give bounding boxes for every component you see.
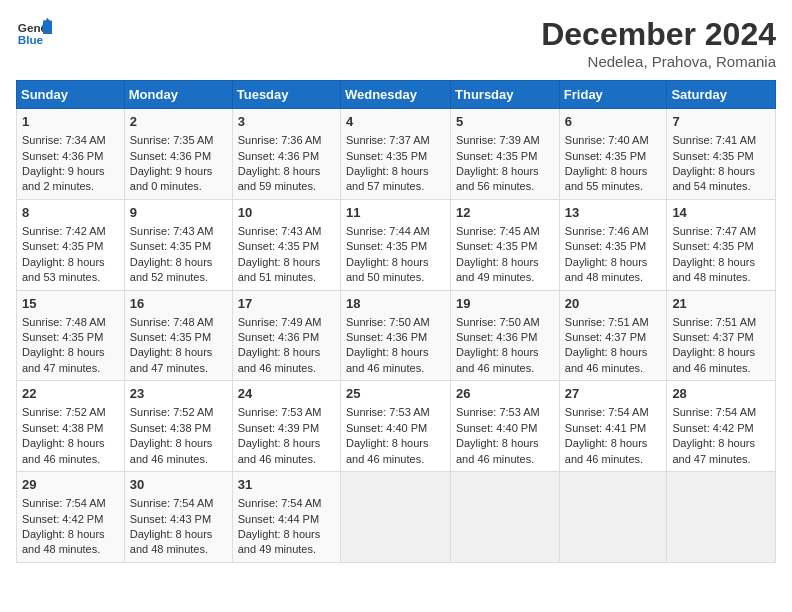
calendar-cell: 15Sunrise: 7:48 AMSunset: 4:35 PMDayligh… [17, 290, 125, 381]
day-info-line: Daylight: 8 hours [672, 436, 770, 451]
day-info-line: Sunset: 4:35 PM [238, 239, 335, 254]
calendar-cell: 2Sunrise: 7:35 AMSunset: 4:36 PMDaylight… [124, 109, 232, 200]
day-number: 14 [672, 204, 770, 222]
day-info-line: and 48 minutes. [22, 542, 119, 557]
day-info-line: Sunset: 4:35 PM [346, 239, 445, 254]
day-info-line: Daylight: 8 hours [238, 255, 335, 270]
calendar-table: SundayMondayTuesdayWednesdayThursdayFrid… [16, 80, 776, 563]
day-info-line: Sunset: 4:43 PM [130, 512, 227, 527]
day-info-line: and 49 minutes. [238, 542, 335, 557]
day-number: 10 [238, 204, 335, 222]
day-number: 27 [565, 385, 662, 403]
calendar-cell: 9Sunrise: 7:43 AMSunset: 4:35 PMDaylight… [124, 199, 232, 290]
calendar-week-row: 29Sunrise: 7:54 AMSunset: 4:42 PMDayligh… [17, 472, 776, 563]
day-info-line: Sunrise: 7:51 AM [672, 315, 770, 330]
logo-icon: General Blue [16, 16, 52, 52]
calendar-cell: 20Sunrise: 7:51 AMSunset: 4:37 PMDayligh… [559, 290, 667, 381]
day-number: 3 [238, 113, 335, 131]
calendar-cell: 14Sunrise: 7:47 AMSunset: 4:35 PMDayligh… [667, 199, 776, 290]
logo: General Blue [16, 16, 52, 52]
day-info-line: Sunrise: 7:52 AM [22, 405, 119, 420]
calendar-cell: 7Sunrise: 7:41 AMSunset: 4:35 PMDaylight… [667, 109, 776, 200]
day-info-line: Sunset: 4:39 PM [238, 421, 335, 436]
calendar-cell [667, 472, 776, 563]
calendar-title: December 2024 [541, 16, 776, 53]
day-info-line: Sunset: 4:36 PM [456, 330, 554, 345]
calendar-cell: 13Sunrise: 7:46 AMSunset: 4:35 PMDayligh… [559, 199, 667, 290]
day-info-line: Sunset: 4:35 PM [565, 239, 662, 254]
day-info-line: Daylight: 8 hours [22, 527, 119, 542]
title-area: December 2024 Nedelea, Prahova, Romania [541, 16, 776, 70]
day-info-line: and 46 minutes. [130, 452, 227, 467]
day-info-line: Sunset: 4:35 PM [130, 239, 227, 254]
day-info-line: Daylight: 8 hours [565, 164, 662, 179]
day-number: 16 [130, 295, 227, 313]
weekday-header-tuesday: Tuesday [232, 81, 340, 109]
calendar-cell: 28Sunrise: 7:54 AMSunset: 4:42 PMDayligh… [667, 381, 776, 472]
day-number: 8 [22, 204, 119, 222]
calendar-week-row: 15Sunrise: 7:48 AMSunset: 4:35 PMDayligh… [17, 290, 776, 381]
day-info-line: Sunrise: 7:46 AM [565, 224, 662, 239]
day-info-line: Sunset: 4:40 PM [346, 421, 445, 436]
day-info-line: Sunset: 4:36 PM [238, 330, 335, 345]
day-info-line: and 2 minutes. [22, 179, 119, 194]
day-info-line: Sunrise: 7:41 AM [672, 133, 770, 148]
weekday-header-thursday: Thursday [451, 81, 560, 109]
calendar-cell: 29Sunrise: 7:54 AMSunset: 4:42 PMDayligh… [17, 472, 125, 563]
svg-text:Blue: Blue [18, 33, 44, 46]
day-info-line: Sunset: 4:35 PM [456, 149, 554, 164]
calendar-cell [451, 472, 560, 563]
day-info-line: Sunrise: 7:50 AM [346, 315, 445, 330]
day-info-line: Daylight: 8 hours [565, 345, 662, 360]
day-info-line: Daylight: 9 hours [130, 164, 227, 179]
day-number: 1 [22, 113, 119, 131]
day-number: 17 [238, 295, 335, 313]
day-info-line: Sunrise: 7:54 AM [130, 496, 227, 511]
day-info-line: Sunset: 4:36 PM [22, 149, 119, 164]
day-info-line: Daylight: 8 hours [456, 164, 554, 179]
day-number: 15 [22, 295, 119, 313]
day-info-line: Sunrise: 7:48 AM [22, 315, 119, 330]
day-info-line: Sunrise: 7:43 AM [130, 224, 227, 239]
day-info-line: Sunrise: 7:35 AM [130, 133, 227, 148]
day-info-line: Daylight: 8 hours [130, 345, 227, 360]
day-info-line: and 46 minutes. [565, 452, 662, 467]
day-number: 18 [346, 295, 445, 313]
day-info-line: Sunset: 4:36 PM [238, 149, 335, 164]
day-number: 25 [346, 385, 445, 403]
day-info-line: and 0 minutes. [130, 179, 227, 194]
calendar-cell: 22Sunrise: 7:52 AMSunset: 4:38 PMDayligh… [17, 381, 125, 472]
day-info-line: and 48 minutes. [130, 542, 227, 557]
day-number: 31 [238, 476, 335, 494]
calendar-cell: 21Sunrise: 7:51 AMSunset: 4:37 PMDayligh… [667, 290, 776, 381]
day-info-line: Sunrise: 7:34 AM [22, 133, 119, 148]
day-info-line: Daylight: 8 hours [565, 255, 662, 270]
day-info-line: Sunset: 4:37 PM [565, 330, 662, 345]
page-header: General Blue December 2024 Nedelea, Prah… [16, 16, 776, 70]
weekday-header-monday: Monday [124, 81, 232, 109]
day-info-line: Daylight: 8 hours [238, 164, 335, 179]
day-info-line: Sunset: 4:35 PM [346, 149, 445, 164]
day-info-line: and 46 minutes. [238, 452, 335, 467]
day-number: 30 [130, 476, 227, 494]
calendar-cell: 5Sunrise: 7:39 AMSunset: 4:35 PMDaylight… [451, 109, 560, 200]
day-info-line: Sunrise: 7:53 AM [238, 405, 335, 420]
calendar-cell: 25Sunrise: 7:53 AMSunset: 4:40 PMDayligh… [340, 381, 450, 472]
calendar-cell: 6Sunrise: 7:40 AMSunset: 4:35 PMDaylight… [559, 109, 667, 200]
day-info-line: Daylight: 8 hours [346, 436, 445, 451]
day-number: 20 [565, 295, 662, 313]
day-number: 11 [346, 204, 445, 222]
day-info-line: Sunrise: 7:37 AM [346, 133, 445, 148]
day-info-line: and 47 minutes. [22, 361, 119, 376]
calendar-cell: 19Sunrise: 7:50 AMSunset: 4:36 PMDayligh… [451, 290, 560, 381]
calendar-cell: 16Sunrise: 7:48 AMSunset: 4:35 PMDayligh… [124, 290, 232, 381]
day-info-line: and 54 minutes. [672, 179, 770, 194]
day-info-line: Daylight: 8 hours [346, 255, 445, 270]
day-info-line: Sunrise: 7:43 AM [238, 224, 335, 239]
day-info-line: Daylight: 8 hours [672, 345, 770, 360]
day-info-line: Sunrise: 7:40 AM [565, 133, 662, 148]
day-number: 12 [456, 204, 554, 222]
day-info-line: and 52 minutes. [130, 270, 227, 285]
day-info-line: Daylight: 8 hours [22, 255, 119, 270]
day-info-line: Sunrise: 7:52 AM [130, 405, 227, 420]
